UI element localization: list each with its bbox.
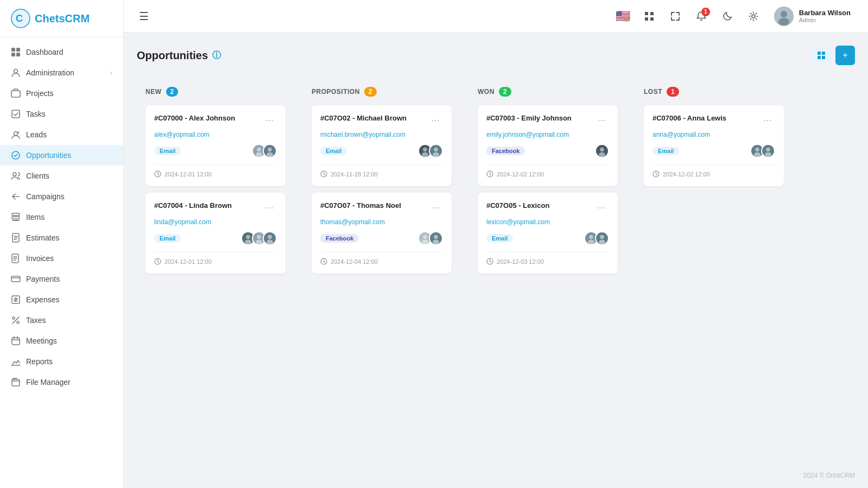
card-title: #C07O05 - Lexicon — [486, 201, 549, 210]
avatar — [429, 231, 443, 245]
opportunity-card[interactable]: #C07000 - Alex Johnson ⋯ alex@yopmail.co… — [145, 105, 286, 186]
sidebar-item-payments[interactable]: Payments — [0, 269, 123, 289]
sidebar-item-opportunities[interactable]: Opportunities — [0, 145, 123, 166]
svg-point-43 — [257, 235, 261, 239]
settings-button[interactable] — [744, 7, 763, 26]
user-profile[interactable]: Barbara Wilson Admin — [770, 4, 855, 28]
column-header: NEW 2 — [145, 87, 286, 97]
svg-rect-26 — [645, 17, 648, 21]
opportunity-card[interactable]: #C07006 - Anna Lewis ⋯ anna@yopmail.com … — [644, 105, 784, 186]
main-content: ☰ 🇺🇸 — [124, 0, 868, 488]
card-footer: 2024-12-01 12:00 — [154, 164, 277, 178]
card-tag: Facebook — [320, 234, 359, 243]
sidebar-item-campaigns[interactable]: Campaigns — [0, 186, 123, 207]
page-actions: + — [812, 46, 855, 65]
sidebar-item-dashboard[interactable]: Dashboard — [0, 42, 123, 62]
svg-point-28 — [752, 15, 755, 18]
svg-point-68 — [766, 148, 770, 152]
column-header: PROPOSITION 2 — [312, 87, 452, 97]
svg-point-63 — [600, 235, 604, 239]
info-icon[interactable]: ⓘ — [212, 50, 221, 61]
sidebar-item-tasks[interactable]: Tasks — [0, 104, 123, 124]
card-email: emily.johnson@yopmail.com — [486, 131, 609, 138]
sidebar-item-invoices[interactable]: Invoices — [0, 248, 123, 269]
sidebar-item-clients[interactable]: Clients — [0, 166, 123, 186]
sidebar-item-estimates[interactable]: Estimates — [0, 227, 123, 248]
notifications-button[interactable]: 1 — [692, 7, 711, 26]
card-title: #C07006 - Anna Lewis — [652, 114, 726, 122]
chevron-right-icon: › — [110, 69, 112, 77]
card-footer: 2024-12-01 12:00 — [154, 252, 277, 265]
card-menu-button[interactable]: ⋯ — [760, 114, 775, 126]
svg-rect-23 — [12, 379, 20, 386]
card-tag: Email — [486, 234, 513, 243]
svg-rect-18 — [11, 276, 20, 282]
sidebar-item-projects[interactable]: Projects — [0, 83, 123, 104]
sidebar-item-taxes[interactable]: Taxes — [0, 310, 123, 331]
sidebar-item-meetings[interactable]: Meetings — [0, 331, 123, 351]
svg-rect-32 — [818, 52, 821, 55]
view-toggle-button[interactable] — [812, 46, 831, 65]
avatar — [761, 144, 775, 158]
sidebar-item-expenses[interactable]: Expenses — [0, 289, 123, 310]
gear-icon — [748, 11, 759, 22]
sidebar-item-items[interactable]: Items — [0, 207, 123, 227]
clock-icon — [320, 170, 327, 178]
fullscreen-button[interactable] — [666, 7, 685, 26]
sidebar-nav: Dashboard Administration › Projects Task… — [0, 37, 123, 397]
svg-point-46 — [267, 240, 273, 244]
column-title: PROPOSITION — [312, 88, 360, 96]
svg-point-45 — [268, 235, 272, 239]
sidebar-item-label: Opportunities — [26, 151, 71, 160]
logo[interactable]: C ChetsCRM — [0, 0, 123, 37]
card-menu-button[interactable]: ⋯ — [262, 201, 277, 214]
card-avatars — [418, 144, 443, 158]
svg-point-36 — [257, 148, 261, 152]
card-title: #C07O07 - Thomas Noel — [320, 201, 401, 210]
sidebar-item-administration[interactable]: Administration › — [0, 62, 123, 83]
card-email: lexicon@yopmail.com — [486, 218, 609, 226]
card-menu-button[interactable]: ⋯ — [428, 201, 443, 214]
svg-rect-33 — [822, 52, 825, 55]
invoices-icon — [11, 253, 21, 263]
opportunity-card[interactable]: #C07003 - Emily Johnson ⋯ emily.johnson@… — [478, 105, 618, 186]
card-footer: 2024-12-03 12:00 — [486, 252, 609, 265]
menu-toggle-button[interactable]: ☰ — [137, 8, 151, 25]
opportunity-card[interactable]: #C07O07 - Thomas Noel ⋯ thomas@yopmail.c… — [312, 193, 452, 274]
add-button[interactable]: + — [835, 46, 855, 65]
sidebar-item-label: Taxes — [26, 316, 46, 325]
card-menu-button[interactable]: ⋯ — [594, 201, 609, 214]
column-badge: 2 — [166, 87, 179, 97]
dark-mode-button[interactable] — [718, 7, 737, 26]
card-menu-button[interactable]: ⋯ — [428, 114, 443, 126]
card-menu-button[interactable]: ⋯ — [594, 114, 609, 126]
opportunity-card[interactable]: #C07O02 - Michael Brown ⋯ michael.brown@… — [312, 105, 452, 186]
avatar — [429, 144, 443, 158]
card-title: #C07003 - Emily Johnson — [486, 114, 572, 122]
column-header: LOST 1 — [644, 87, 784, 97]
card-tag: Email — [320, 147, 347, 155]
reports-icon — [11, 357, 21, 366]
card-footer: 2024-12-02 12:00 — [652, 164, 775, 178]
avatar — [595, 144, 609, 158]
sidebar-item-leads[interactable]: Leads — [0, 124, 123, 145]
column-badge: 2 — [499, 87, 511, 97]
sidebar-item-label: Expenses — [26, 295, 59, 304]
clock-icon — [486, 258, 493, 265]
page-footer: 2024 © OrbitCRM — [124, 463, 868, 488]
flag-button[interactable]: 🇺🇸 — [613, 7, 633, 26]
page-title: Opportunities ⓘ — [137, 49, 221, 62]
card-menu-button[interactable]: ⋯ — [262, 114, 277, 126]
apps-button[interactable] — [639, 7, 659, 26]
projects-icon — [11, 88, 21, 98]
svg-rect-13 — [12, 213, 20, 216]
sidebar-item-reports[interactable]: Reports — [0, 351, 123, 372]
svg-rect-5 — [16, 53, 20, 56]
svg-rect-35 — [822, 56, 825, 59]
clock-icon — [486, 170, 493, 178]
card-email: alex@yopmail.com — [154, 131, 277, 138]
card-footer: 2024-12-02 12:00 — [486, 164, 609, 178]
opportunity-card[interactable]: #C07004 - Linda Brown ⋯ linda@yopmail.co… — [145, 193, 286, 274]
sidebar-item-file-manager[interactable]: File Manager — [0, 372, 123, 392]
opportunity-card[interactable]: #C07O05 - Lexicon ⋯ lexicon@yopmail.com … — [478, 193, 618, 274]
